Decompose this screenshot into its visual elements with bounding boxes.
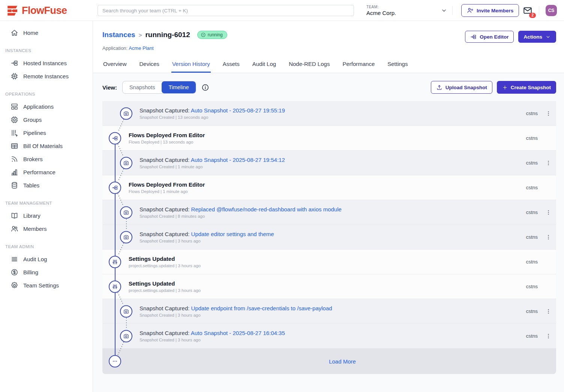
timeline-row-user: cstns <box>526 333 538 339</box>
remote-instances-icon <box>10 72 18 80</box>
search-input[interactable] <box>98 5 354 16</box>
timeline-row-title: Settings Updated <box>129 280 201 287</box>
sidebar-item-label: Bill Of Materials <box>23 143 63 149</box>
tab-performance[interactable]: Performance <box>342 58 375 73</box>
sliders-icon <box>112 259 118 265</box>
sidebar-item-groups[interactable]: Groups <box>0 113 93 126</box>
timeline-row: Snapshot Captured: Auto Snapshot - 2025-… <box>102 324 556 349</box>
tab-audit-log[interactable]: Audit Log <box>252 58 277 73</box>
sidebar-item-applications[interactable]: Applications <box>0 100 93 113</box>
kebab-menu-icon[interactable] <box>545 208 552 217</box>
tab-version-history[interactable]: Version History <box>171 58 211 73</box>
toggle-snapshots[interactable]: Snapshots <box>123 81 162 93</box>
timeline-row-body: Snapshot Captured: Update endpoint from … <box>140 305 332 317</box>
kebab-menu-icon[interactable] <box>545 332 552 340</box>
logo-wordmark: FlowFuse <box>22 5 67 16</box>
actions-button[interactable]: Actions <box>518 31 556 43</box>
sidebar-item-remote-instances[interactable]: Remote Instances <box>0 70 93 83</box>
application-link[interactable]: Acme Plant <box>129 45 153 51</box>
snapshot-captured-label: Snapshot Captured: <box>140 305 191 311</box>
info-icon[interactable] <box>201 84 209 91</box>
tab-devices[interactable]: Devices <box>139 58 160 73</box>
hosted-instances-icon <box>112 135 118 141</box>
timeline-row-meta: Snapshot Created | 1 minute ago <box>140 165 285 169</box>
tab-settings[interactable]: Settings <box>387 58 408 73</box>
tables-icon <box>10 181 18 189</box>
snapshot-name-link[interactable]: Auto Snapshot - 2025-08-27 19:54:12 <box>191 157 285 163</box>
timeline-row-user: cstns <box>526 185 538 190</box>
sidebar-item-members[interactable]: Members <box>0 222 93 235</box>
sidebar-item-label: Remote Instances <box>23 73 69 79</box>
tab-assets[interactable]: Assets <box>222 58 240 73</box>
view-label: View: <box>102 84 117 91</box>
sidebar-item-brokers[interactable]: Brokers <box>0 153 93 166</box>
timeline-row-body: Snapshot Captured: Replaced @flowfuse/no… <box>140 206 342 218</box>
kebab-menu-icon[interactable] <box>545 307 552 316</box>
applications-icon <box>10 103 18 111</box>
create-snapshot-button[interactable]: Create Snapshot <box>497 81 556 94</box>
main-content: Instances > running-6012 running Open Ed… <box>93 21 564 392</box>
chevron-down-icon <box>545 34 551 40</box>
team-info: TEAM: Acme Corp. <box>366 5 396 16</box>
timeline-row: Flows Deployed From EditorFlows Deployed… <box>102 175 556 200</box>
sidebar-item-audit-log[interactable]: Audit Log <box>0 253 93 266</box>
snapshot-name-link[interactable]: Auto Snapshot - 2025-08-27 19:55:19 <box>191 107 285 114</box>
timeline-row-body: Flows Deployed From EditorFlows Deployed… <box>129 181 205 194</box>
timeline-row: Snapshot Captured: Auto Snapshot - 2025-… <box>102 101 556 126</box>
kebab-menu-icon[interactable] <box>545 109 552 118</box>
timeline-row-right: cstns <box>526 283 552 291</box>
sidebar-item-label: Brokers <box>23 156 43 162</box>
timeline-settings-icon <box>109 280 121 293</box>
audit-log-icon <box>10 255 18 263</box>
sidebar-item-bill-of-materials[interactable]: Bill Of Materials <box>0 139 93 153</box>
camera-icon <box>123 234 129 240</box>
sidebar-item-home[interactable]: Home <box>0 26 93 39</box>
timeline-row-body: Snapshot Captured: Auto Snapshot - 2025-… <box>140 107 285 120</box>
ellipsis-icon <box>112 358 118 365</box>
sidebar-item-label: Groups <box>23 117 42 123</box>
upload-snapshot-button[interactable]: Upload Snapshot <box>431 81 492 94</box>
timeline-snapshot-icon <box>120 206 132 218</box>
billing-icon <box>10 268 18 276</box>
sidebar-item-label: Billing <box>23 269 38 275</box>
open-editor-button[interactable]: Open Editor <box>465 31 514 43</box>
snapshot-captured-label: Snapshot Captured: <box>140 157 191 163</box>
team-label: TEAM: <box>366 5 396 9</box>
snapshot-name-link[interactable]: Auto Snapshot - 2025-08-27 16:04:35 <box>191 330 285 336</box>
load-more-link[interactable]: Load More <box>329 358 356 365</box>
timeline-row-title: Flows Deployed From Editor <box>129 181 205 188</box>
sidebar-item-billing[interactable]: Billing <box>0 266 93 279</box>
sidebar-item-tables[interactable]: Tables <box>0 179 93 192</box>
hosted-instances-icon <box>10 59 18 67</box>
page-head: Instances > running-6012 running Open Ed… <box>93 21 564 73</box>
sidebar-item-performance[interactable]: Performance <box>0 166 93 179</box>
sidebar-item-hosted-instances[interactable]: Hosted Instances <box>0 57 93 70</box>
camera-icon <box>123 110 129 117</box>
snapshot-name-link[interactable]: Update editor settings and theme <box>191 231 274 237</box>
team-selector[interactable]: TEAM: Acme Corp. <box>366 3 447 18</box>
application-line: Application: Acme Plant <box>102 45 556 51</box>
breadcrumb-instances-link[interactable]: Instances <box>102 31 135 39</box>
timeline-row-user: cstns <box>526 209 538 215</box>
timeline-row: Snapshot Captured: Update endpoint from … <box>102 299 556 324</box>
timeline-row-body: Flows Deployed From EditorFlows Deployed… <box>129 132 205 144</box>
timeline-more-icon <box>109 355 121 368</box>
kebab-menu-icon[interactable] <box>545 233 552 241</box>
user-avatar[interactable]: CS <box>546 5 557 16</box>
snapshot-name-link[interactable]: Update endpoint from /save-credentials t… <box>191 305 332 311</box>
flowfuse-logo[interactable]: FlowFuse <box>6 4 67 17</box>
invite-members-button[interactable]: Invite Members <box>461 4 519 17</box>
timeline-row-user: cstns <box>526 111 538 116</box>
sidebar-item-pipelines[interactable]: Pipelines <box>0 126 93 139</box>
kebab-menu-icon[interactable] <box>545 159 552 167</box>
timeline-row-right: cstns <box>526 332 552 340</box>
sidebar-item-library[interactable]: Library <box>0 209 93 222</box>
snapshot-name-link[interactable]: Replaced @flowfuse/node-red-dashboard wi… <box>191 206 342 212</box>
toggle-timeline[interactable]: Timeline <box>162 81 195 93</box>
notifications-button[interactable]: 2 <box>523 6 532 15</box>
tab-node-red-logs[interactable]: Node-RED Logs <box>288 58 330 73</box>
timeline-row-right: cstns <box>526 184 552 192</box>
tab-overview[interactable]: Overview <box>102 58 128 73</box>
sidebar-item-team-settings[interactable]: Team Settings <box>0 279 93 292</box>
groups-icon <box>10 116 18 124</box>
